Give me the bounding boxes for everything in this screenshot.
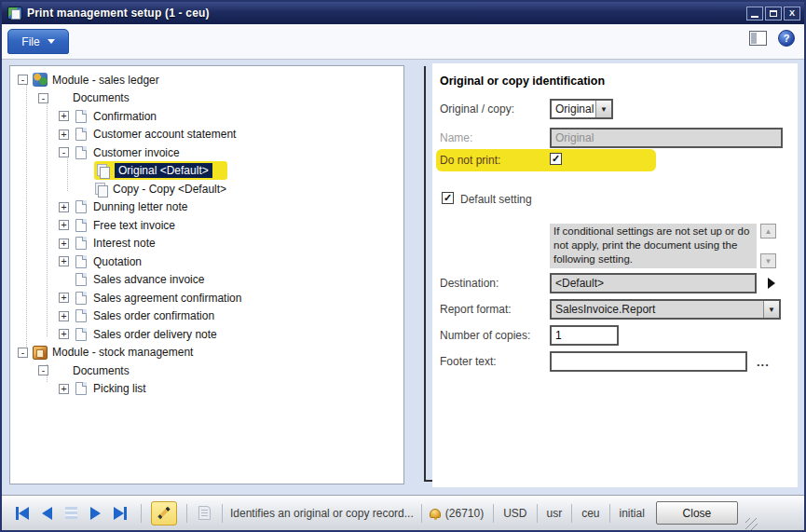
tree-item[interactable]: +Customer account statement: [10, 126, 403, 144]
collapse-icon[interactable]: -: [18, 348, 28, 358]
expand-icon[interactable]: +: [59, 293, 69, 303]
documents-icon: [53, 363, 68, 377]
expand-icon[interactable]: +: [59, 130, 69, 140]
first-record-button[interactable]: [16, 507, 29, 520]
tree-item-label: Module - stock management: [52, 346, 193, 359]
name-label: Name:: [440, 131, 472, 144]
document-icon: [75, 382, 87, 395]
do-not-print-checkbox[interactable]: ✓: [550, 153, 562, 165]
user-indicator[interactable]: usr: [545, 507, 565, 520]
panel-splitter[interactable]: [424, 66, 426, 482]
tree-item-label: Documents: [73, 91, 130, 104]
collapse-icon[interactable]: -: [38, 93, 48, 103]
app-icon: [7, 7, 22, 20]
default-setting-checkbox[interactable]: ✓: [442, 192, 454, 204]
report-format-label: Report format:: [440, 303, 512, 316]
help-icon[interactable]: ?: [778, 30, 795, 47]
currency-indicator[interactable]: USD: [501, 507, 528, 520]
notification-count[interactable]: (26710): [444, 507, 485, 520]
tree-item[interactable]: +Quotation: [10, 252, 403, 271]
tree-item-label: Sales agreement confirmation: [93, 292, 241, 305]
original-copy-select[interactable]: Original ▼: [550, 99, 613, 119]
last-record-button[interactable]: [114, 507, 127, 520]
tree-item[interactable]: +Sales order delivery note: [10, 325, 403, 344]
tree-item[interactable]: +Confirmation: [10, 107, 403, 126]
tree-item-label: Picking list: [93, 382, 146, 395]
notification-bell-icon[interactable]: [430, 509, 441, 518]
conditional-settings-info: If conditional settings are not set up o…: [550, 224, 757, 268]
tree-item-label: Documents: [73, 364, 130, 377]
tree-item[interactable]: +Sales agreement confirmation: [10, 289, 403, 307]
number-of-copies-label: Number of copies:: [440, 329, 530, 342]
tree-item[interactable]: +Interest note: [10, 235, 403, 253]
tree-item-label: Dunning letter note: [93, 200, 187, 213]
next-record-button[interactable]: [90, 507, 101, 520]
tree-item[interactable]: -Documents: [10, 89, 403, 108]
separator: [222, 504, 223, 523]
number-of-copies-input[interactable]: [550, 325, 619, 346]
expand-icon[interactable]: +: [59, 311, 69, 321]
expand-icon[interactable]: +: [59, 202, 69, 212]
scroll-up-icon[interactable]: ▲: [760, 224, 776, 239]
panel-heading: Original or copy identification: [440, 75, 605, 88]
minimize-button[interactable]: [746, 7, 763, 20]
copy-page-icon: [95, 183, 107, 196]
document-attachment-icon[interactable]: [198, 506, 211, 520]
collapse-icon[interactable]: -: [59, 147, 69, 157]
resize-grip[interactable]: [745, 518, 758, 530]
destination-flyout-icon[interactable]: [768, 278, 775, 289]
expand-icon[interactable]: +: [59, 256, 69, 266]
document-icon: [75, 273, 87, 286]
company-indicator[interactable]: ceu: [580, 507, 601, 520]
toggle-pane-icon[interactable]: [749, 31, 767, 46]
report-format-select[interactable]: SalesInvoice.Report ▼: [550, 299, 781, 320]
destination-field[interactable]: <Default>: [550, 273, 757, 293]
document-icon: [75, 255, 87, 268]
close-window-button[interactable]: X: [784, 7, 800, 20]
tree-item[interactable]: +Picking list: [10, 380, 403, 399]
menu-bar: File ?: [2, 24, 804, 60]
expand-icon[interactable]: +: [59, 111, 69, 121]
previous-record-button[interactable]: [42, 507, 52, 520]
separator: [141, 504, 142, 523]
tree-item[interactable]: Copy - Copy <Default>: [10, 180, 403, 198]
separator: [537, 504, 538, 523]
edit-record-button[interactable]: [151, 501, 177, 525]
tree-item[interactable]: -Module - sales ledger: [10, 71, 403, 89]
footer-text-input[interactable]: [550, 351, 747, 372]
chevron-down-icon[interactable]: ▼: [763, 301, 779, 318]
maximize-button[interactable]: [765, 7, 782, 20]
close-button[interactable]: Close: [656, 501, 738, 525]
tree-item[interactable]: -Customer invoice: [10, 143, 403, 162]
expand-icon[interactable]: +: [59, 239, 69, 249]
tree-item[interactable]: +Sales order confirmation: [10, 307, 403, 326]
tree-item-label: Sales order confirmation: [93, 309, 214, 322]
grid-view-icon[interactable]: [65, 507, 77, 519]
document-icon: [75, 309, 87, 322]
collapse-icon[interactable]: -: [38, 365, 48, 375]
separator: [493, 504, 494, 523]
document-icon: [75, 219, 87, 232]
tree-item[interactable]: -Documents: [10, 361, 403, 380]
original-copy-label: Original / copy:: [440, 102, 514, 116]
pencil-icon: [157, 507, 170, 519]
tree-item[interactable]: Sales advance invoice: [10, 271, 403, 290]
document-icon: [75, 110, 87, 123]
expand-icon[interactable]: +: [59, 329, 69, 339]
expand-icon[interactable]: +: [59, 384, 69, 394]
client-area: -Module - sales ledger-Documents+Confirm…: [2, 61, 804, 495]
partition-indicator[interactable]: initial: [618, 507, 647, 520]
destination-label: Destination:: [440, 277, 499, 290]
copy-page-icon: [97, 164, 109, 177]
chevron-down-icon[interactable]: ▼: [595, 101, 611, 117]
status-help-text: Identifies an original or copy record...: [230, 507, 414, 520]
expand-icon[interactable]: +: [59, 220, 69, 230]
tree-item[interactable]: +Dunning letter note: [10, 198, 403, 217]
tree-item[interactable]: Original <Default>: [10, 162, 403, 181]
collapse-icon[interactable]: -: [18, 75, 28, 85]
tree-item[interactable]: -Module - stock management: [10, 344, 403, 362]
file-menu-button[interactable]: File: [7, 29, 69, 54]
tree-item[interactable]: +Free text invoice: [10, 216, 403, 235]
scroll-down-icon[interactable]: ▼: [760, 253, 776, 268]
footer-text-lookup-button[interactable]: ...: [757, 355, 770, 369]
